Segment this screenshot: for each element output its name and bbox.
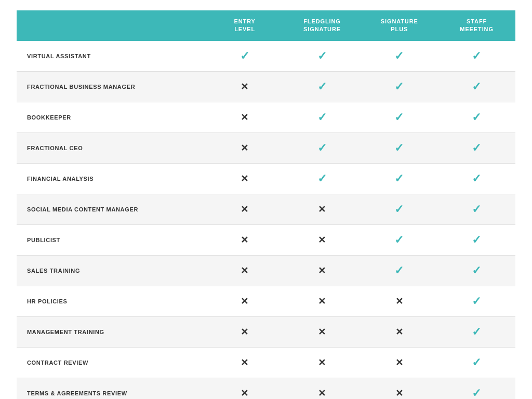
check-cell: ✓ (361, 224, 438, 255)
table-row: SOCIAL MEDIA CONTENT MANAGER✕✕✓✓ (17, 194, 515, 224)
check-icon: ✓ (394, 264, 404, 277)
check-cell: ✓ (361, 194, 438, 224)
check-cell: ✓ (284, 41, 361, 72)
check-icon: ✓ (394, 111, 404, 124)
feature-label: CONTRACT REVIEW (17, 347, 206, 378)
table-row: TERMS & AGREEMENTS REVIEW✕✕✕✓ (17, 378, 515, 399)
cross-cell: ✕ (206, 194, 284, 224)
check-cell: ✓ (361, 41, 438, 72)
check-icon: ✓ (394, 80, 404, 93)
check-cell: ✓ (438, 255, 515, 286)
feature-label: VIRTUAL ASSISTANT (17, 41, 206, 72)
cross-icon: ✕ (395, 327, 404, 337)
check-icon: ✓ (472, 172, 482, 185)
cross-cell: ✕ (206, 378, 284, 399)
cross-cell: ✕ (284, 316, 361, 347)
check-icon: ✓ (317, 111, 327, 124)
cross-icon: ✕ (318, 357, 326, 368)
cross-icon: ✕ (241, 82, 249, 92)
cross-icon: ✕ (241, 327, 249, 337)
check-icon: ✓ (317, 80, 327, 93)
check-icon: ✓ (317, 141, 327, 154)
cross-cell: ✕ (361, 378, 438, 399)
check-cell: ✓ (361, 71, 438, 102)
table-row: PUBLICIST✕✕✓✓ (17, 224, 515, 255)
check-icon: ✓ (394, 203, 404, 216)
cross-cell: ✕ (206, 255, 284, 286)
table-header-row: ENTRYLEVEL FLEDGLINGSIGNATURE SIGNATUREP… (17, 10, 515, 41)
feature-label: SALES TRAINING (17, 255, 206, 286)
cross-icon: ✕ (318, 204, 326, 215)
feature-label: PUBLICIST (17, 224, 206, 255)
check-icon: ✓ (472, 295, 482, 308)
check-icon: ✓ (317, 172, 327, 185)
check-icon: ✓ (394, 172, 404, 185)
check-cell: ✓ (361, 163, 438, 194)
table-row: FRACTIONAL CEO✕✓✓✓ (17, 132, 515, 163)
cross-icon: ✕ (241, 235, 249, 245)
table-row: FRACTIONAL BUSINESS MANAGER✕✓✓✓ (17, 71, 515, 102)
check-icon: ✓ (240, 49, 250, 62)
check-cell: ✓ (361, 255, 438, 286)
check-icon: ✓ (317, 49, 327, 62)
cross-icon: ✕ (241, 174, 249, 184)
header-feature (17, 10, 206, 41)
check-icon: ✓ (472, 325, 482, 338)
check-cell: ✓ (438, 347, 515, 378)
header-staff: STAFFMEEETING (438, 10, 515, 41)
feature-label: TERMS & AGREEMENTS REVIEW (17, 378, 206, 399)
cross-icon: ✕ (241, 112, 249, 123)
cross-cell: ✕ (284, 378, 361, 399)
check-icon: ✓ (472, 80, 482, 93)
check-cell: ✓ (284, 163, 361, 194)
table-row: BOOKKEEPER✕✓✓✓ (17, 102, 515, 132)
cross-icon: ✕ (318, 265, 326, 276)
cross-icon: ✕ (395, 388, 404, 398)
check-cell: ✓ (438, 132, 515, 163)
check-icon: ✓ (472, 203, 482, 216)
cross-cell: ✕ (284, 286, 361, 316)
cross-cell: ✕ (206, 316, 284, 347)
check-icon: ✓ (394, 141, 404, 154)
cross-cell: ✕ (206, 132, 284, 163)
cross-icon: ✕ (241, 265, 249, 276)
check-cell: ✓ (438, 286, 515, 316)
cross-cell: ✕ (206, 163, 284, 194)
header-entry: ENTRYLEVEL (206, 10, 284, 41)
table-row: CONTRACT REVIEW✕✕✕✓ (17, 347, 515, 378)
check-cell: ✓ (438, 163, 515, 194)
cross-cell: ✕ (284, 194, 361, 224)
check-cell: ✓ (438, 71, 515, 102)
feature-label: BOOKKEEPER (17, 102, 206, 132)
check-cell: ✓ (284, 71, 361, 102)
check-icon: ✓ (394, 233, 404, 246)
feature-label: FRACTIONAL BUSINESS MANAGER (17, 71, 206, 102)
table-row: SALES TRAINING✕✕✓✓ (17, 255, 515, 286)
check-icon: ✓ (472, 49, 482, 62)
check-cell: ✓ (438, 224, 515, 255)
check-cell: ✓ (438, 378, 515, 399)
cross-icon: ✕ (318, 235, 326, 245)
cross-cell: ✕ (206, 102, 284, 132)
cross-icon: ✕ (318, 296, 326, 307)
cross-cell: ✕ (284, 347, 361, 378)
check-icon: ✓ (472, 356, 482, 369)
check-cell: ✓ (361, 102, 438, 132)
table-row: FINANCIAL ANALYSIS✕✓✓✓ (17, 163, 515, 194)
cross-cell: ✕ (284, 255, 361, 286)
check-icon: ✓ (472, 141, 482, 154)
check-cell: ✓ (438, 316, 515, 347)
cross-cell: ✕ (361, 347, 438, 378)
feature-label: HR POLICIES (17, 286, 206, 316)
cross-icon: ✕ (241, 388, 249, 398)
check-cell: ✓ (438, 194, 515, 224)
cross-cell: ✕ (206, 347, 284, 378)
check-cell: ✓ (361, 132, 438, 163)
check-icon: ✓ (472, 387, 482, 399)
header-fledgling: FLEDGLINGSIGNATURE (284, 10, 361, 41)
check-cell: ✓ (206, 41, 284, 72)
check-icon: ✓ (394, 49, 404, 62)
cross-cell: ✕ (206, 286, 284, 316)
table-row: HR POLICIES✕✕✕✓ (17, 286, 515, 316)
cross-icon: ✕ (241, 143, 249, 153)
